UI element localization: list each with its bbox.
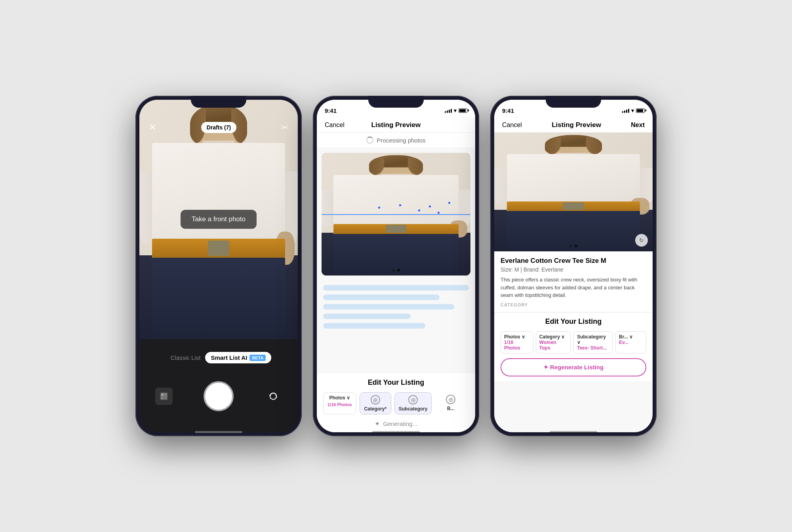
gallery-icon	[160, 392, 168, 401]
page-title-3: Listing Preview	[552, 121, 601, 129]
belt-buckle	[208, 241, 229, 256]
battery-icon-3	[636, 108, 645, 113]
product-photo: ↻	[494, 133, 653, 251]
tab3-category[interactable]: Category ∨ Women Tops	[536, 331, 571, 353]
camera-controls: Classic List Smart List AI BETA	[139, 339, 298, 432]
status-time-3: 9:41	[502, 107, 514, 114]
wifi-icon-3: ▾	[631, 108, 634, 114]
cancel-button-3[interactable]: Cancel	[502, 122, 522, 129]
flip-camera-icon	[267, 390, 280, 403]
beta-badge: BETA	[249, 355, 266, 361]
home-indicator-2	[372, 431, 420, 433]
edit-listing-title-2: Edit Your Listing	[323, 378, 469, 387]
tab3-brand[interactable]: Br... ∨ Ev...	[615, 331, 646, 353]
tab-category-2[interactable]: ⊕ Category*	[360, 392, 391, 414]
signal-bar-2	[447, 110, 448, 113]
photo-dot-3-2	[575, 245, 577, 247]
loading-bar-1	[323, 285, 469, 291]
battery-fill	[459, 109, 466, 112]
hair-side-left-3	[545, 137, 561, 154]
loading-bar-3	[323, 304, 454, 310]
hair-side-right-2	[408, 158, 423, 175]
signal-bar-3-3	[626, 110, 627, 113]
drafts-button[interactable]: Drafts (7)	[201, 122, 236, 133]
smart-list-button[interactable]: Smart List AI BETA	[205, 352, 271, 363]
generating-row: ✦ Generating...	[323, 415, 469, 432]
product-title: Everlane Cotton Crew Tee Size M	[501, 257, 646, 265]
rotate-photo-button[interactable]: ↻	[635, 234, 648, 247]
person-belt-3	[507, 201, 640, 211]
classic-list-label[interactable]: Classic List	[166, 352, 206, 363]
scan-dot-6	[448, 202, 450, 204]
dot-2	[397, 269, 400, 272]
status-icons-2: ▾	[445, 108, 467, 114]
product-description: This piece offers a classic crew neck, o…	[501, 276, 646, 299]
photo-dots-3	[569, 245, 577, 247]
status-bar-processing: 9:41 ▾	[317, 100, 475, 117]
nav-header-2: Cancel Listing Preview	[317, 117, 475, 133]
hair-side-right-3	[586, 137, 602, 154]
scissors-icon[interactable]: ✂	[282, 123, 288, 132]
gallery-button[interactable]	[155, 388, 173, 405]
person-image-3	[494, 133, 653, 251]
tab3-photos-value: 1/16 Photos	[504, 340, 530, 351]
product-meta: Size: M | Brand: Everlane	[501, 266, 646, 273]
listing-screen-processing: 9:41 ▾	[317, 100, 475, 432]
phones-container: ✕ Drafts (7) ✂	[0, 80, 792, 452]
tab3-subcategory[interactable]: Subcategory ∨ Tees- Short...	[573, 331, 613, 353]
tab-category-label-2: Category*	[364, 406, 386, 412]
status-time-2: 9:41	[325, 107, 337, 114]
tab3-subcategory-value: Tees- Short...	[577, 345, 609, 351]
scan-dot-2	[399, 204, 401, 206]
camera-screen: ✕ Drafts (7) ✂	[139, 100, 298, 432]
person-image-2	[322, 153, 470, 276]
nav-header-3: Cancel Listing Preview Next	[494, 117, 653, 133]
product-info: Everlane Cotton Crew Tee Size M Size: M …	[494, 251, 653, 312]
signal-bar-4	[451, 109, 452, 113]
tab-photos-2[interactable]: Photos ∨ 1/16 Photos	[323, 392, 356, 414]
tab3-category-label: Category ∨	[539, 334, 567, 340]
battery-icon	[459, 108, 467, 113]
phone-camera: ✕ Drafts (7) ✂	[135, 96, 302, 436]
signal-bar-3-4	[628, 109, 629, 113]
listing-photo-processing	[322, 153, 470, 276]
phone-processing: 9:41 ▾	[313, 96, 479, 436]
svg-rect-4	[164, 396, 167, 399]
next-button-3[interactable]: Next	[631, 122, 645, 129]
edit-listing-title-3: Edit Your Listing	[501, 317, 646, 326]
signal-bars	[445, 108, 452, 113]
tab-subcategory-label-2: Subcategory	[399, 406, 428, 412]
person-belt	[152, 239, 285, 258]
signal-bar-3-2	[624, 110, 625, 113]
tab3-subcategory-label: Subcategory ∨	[577, 334, 609, 345]
edit-tabs-3: Photos ∨ 1/16 Photos Category ∨ Women To…	[501, 331, 646, 353]
person-belt-2	[333, 224, 459, 234]
close-icon[interactable]: ✕	[149, 122, 156, 133]
tab-photos-sublabel-2: 1/16 Photos	[327, 402, 352, 407]
circle-plus-icon-category: ⊕	[371, 395, 380, 405]
regenerate-listing-button[interactable]: ✦ Regenerate Listing	[501, 358, 646, 376]
page-title-2: Listing Preview	[371, 121, 421, 129]
loading-bar-5	[323, 323, 425, 329]
take-photo-overlay: Take a front photo	[181, 210, 257, 229]
signal-bar-3	[449, 110, 450, 113]
category-label: CATEGORY	[501, 302, 646, 307]
photo-dot-3-1	[569, 245, 572, 247]
dot-1	[392, 269, 395, 272]
camera-header: ✕ Drafts (7) ✂	[139, 117, 298, 138]
tab3-photos[interactable]: Photos ∨ 1/16 Photos	[501, 331, 533, 353]
status-bar-completed: 9:41 ▾	[494, 100, 653, 117]
circle-plus-icon-subcategory: ⊕	[408, 395, 418, 405]
status-icons-3: ▾	[622, 108, 645, 114]
loading-bar-4	[323, 314, 411, 319]
scan-line	[322, 214, 470, 215]
cancel-button-2[interactable]: Cancel	[325, 122, 345, 129]
phone-completed: 9:41 ▾	[490, 96, 657, 436]
tab-subcategory-2[interactable]: ⊕ Subcategory	[394, 392, 432, 414]
listing-mode-row: Classic List Smart List AI BETA	[166, 352, 272, 363]
shutter-button[interactable]	[204, 381, 234, 411]
camera-bottom-controls	[139, 381, 298, 411]
tab-brand-2[interactable]: ⊕ B...	[435, 392, 466, 414]
flip-camera-button[interactable]	[265, 388, 282, 405]
signal-bar-1	[445, 111, 446, 113]
